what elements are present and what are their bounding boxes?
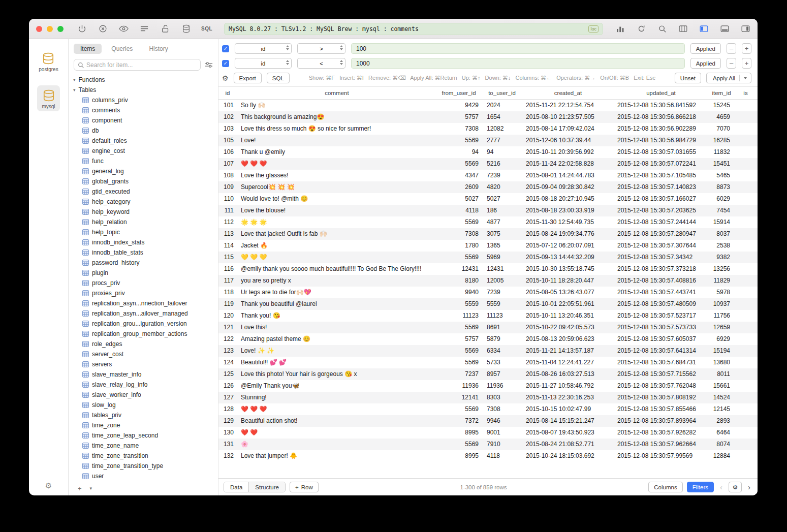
cell-comment[interactable]: Love the glasses! [237,170,437,181]
cell-created_at[interactable]: 2015-10-24 18:15:03.692 [523,450,613,462]
cell-from_user_id[interactable]: 5569 [437,216,481,228]
table-row[interactable]: 112🌟 🌟 🌟556948772015-11-30 12:54:49.7352… [218,216,758,228]
cell-is[interactable] [734,252,758,263]
cell-to_user_id[interactable]: 5969 [481,252,523,263]
cell-comment[interactable]: Amazing pastel theme 😊 [237,333,437,345]
cell-is[interactable] [734,205,758,216]
table-row[interactable]: 102This background is amazing😍5757165420… [218,111,758,123]
columns-button[interactable]: Columns [648,482,682,492]
cell-created_at[interactable]: 2015-11-24 22:02:58.828 [523,158,613,170]
table-row[interactable]: 130❤️ ❤️899590012015-08-07 19:43:50.9232… [218,427,758,439]
tab-history[interactable]: History [142,44,174,54]
cell-updated_at[interactable]: 2015-12-08 15:30:57.605037 [613,333,709,345]
filter-value-input[interactable] [351,58,685,69]
cell-is[interactable] [734,111,758,123]
column-header-created_at[interactable]: created_at [523,87,613,99]
cell-id[interactable]: 118 [218,287,237,298]
table-row[interactable]: 129Beautiful action shot!737299462015-08… [218,415,758,427]
cell-is[interactable] [734,240,758,252]
cell-id[interactable]: 109 [218,181,237,193]
cell-created_at[interactable]: 2015-08-10 21:23:57.505 [523,111,613,123]
add-item-menu-button[interactable]: ▾ [87,484,96,492]
cell-created_at[interactable]: 2015-08-18 20:27:10.945 [523,193,613,205]
cell-updated_at[interactable]: 2015-12-08 15:30:57.373218 [613,263,709,275]
cell-created_at[interactable]: 2015-08-24 21:08:52.771 [523,439,613,450]
cell-to_user_id[interactable]: 7239 [481,170,523,181]
cell-updated_at[interactable]: 2015-12-08 15:30:57.893964 [613,415,709,427]
cell-item_id[interactable]: 14524 [709,392,734,403]
sidebar-item-table[interactable]: user [69,471,218,481]
cell-from_user_id[interactable]: 7308 [437,123,481,135]
add-item-button[interactable]: + [74,484,86,493]
cell-created_at[interactable]: 2015-07-12 06:20:07.091 [523,240,613,252]
cell-is[interactable] [734,263,758,275]
cell-created_at[interactable]: 2015-11-21 14:13:57.187 [523,345,613,357]
cell-comment[interactable]: ❤️ ❤️ ❤️ [237,403,437,415]
cell-created_at[interactable]: 2015-08-07 19:43:50.923 [523,427,613,439]
panel-right-toggle-icon[interactable] [740,24,750,34]
cell-created_at[interactable]: 2015-08-26 16:03:27.513 [523,368,613,380]
cell-to_user_id[interactable]: 9001 [481,427,523,439]
column-header-comment[interactable]: comment [237,87,437,99]
table-row[interactable]: 118Ur legs are to die for🙌🏻💖994072392015… [218,287,758,298]
cell-updated_at[interactable]: 2015-12-08 15:30:57.762048 [613,380,709,392]
table-row[interactable]: 120Thank you! 😘11123111232015-10-11 13:2… [218,310,758,322]
cell-comment[interactable]: Thank u @emily [237,146,437,158]
cell-to_user_id[interactable]: 5733 [481,357,523,368]
cell-item_id[interactable]: 7454 [709,205,734,216]
cell-is[interactable] [734,135,758,146]
column-header-id[interactable]: id [218,87,237,99]
table-row[interactable]: 131🌸556979102015-08-24 21:08:52.7712015-… [218,439,758,450]
cell-is[interactable] [734,450,758,462]
cell-is[interactable] [734,158,758,170]
cell-created_at[interactable]: 2015-10-30 13:55:18.745 [523,263,613,275]
cell-updated_at[interactable]: 2015-12-08 15:30:57.203625 [613,205,709,216]
search-input[interactable] [86,61,197,69]
cell-item_id[interactable]: 5465 [709,170,734,181]
cell-id[interactable]: 115 [218,252,237,263]
cell-from_user_id[interactable]: 8180 [437,275,481,287]
cell-created_at[interactable]: 2015-11-13 22:30:16.253 [523,392,613,403]
cell-comment[interactable]: Thank you beautiful @laurel [237,298,437,310]
cell-updated_at[interactable]: 2015-12-08 15:30:57.926282 [613,427,709,439]
cell-updated_at[interactable]: 2015-12-08 15:30:57.715562 [613,368,709,380]
sidebar-item-table[interactable]: innodb_index_stats [69,237,218,247]
cell-comment[interactable]: Beautiful action shot! [237,415,437,427]
cell-from_user_id[interactable]: 5027 [437,193,481,205]
sidebar-item-table[interactable]: time_zone_transition [69,451,218,461]
cell-id[interactable]: 131 [218,439,237,450]
sidebar-item-table[interactable]: proxies_priv [69,288,218,298]
eye-icon[interactable] [118,24,129,34]
sidebar-item-table[interactable]: time_zone [69,420,218,430]
cell-comment[interactable]: Thank you! 😘 [237,310,437,322]
cell-to_user_id[interactable]: 94 [481,146,523,158]
cell-from_user_id[interactable]: 4118 [437,205,481,216]
sidebar-item-table[interactable]: server_cost [69,349,218,359]
close-window-button[interactable] [36,26,42,32]
settings-gear-icon[interactable]: ⚙ [45,481,52,490]
cell-to_user_id[interactable]: 3075 [481,228,523,240]
sidebar-item-table[interactable]: password_history [69,258,218,268]
column-header-to_user_id[interactable]: to_user_id [481,87,523,99]
table-row[interactable]: 105Love!556927772015-12-06 10:37:39.4420… [218,135,758,146]
cell-updated_at[interactable]: 2015-12-08 15:30:57.072241 [613,158,709,170]
table-row[interactable]: 113Love that jacket! Outfit is fab 🙌🏻730… [218,228,758,240]
cell-is[interactable] [734,123,758,135]
cell-updated_at[interactable]: 2015-12-08 15:30:57.408816 [613,275,709,287]
cell-updated_at[interactable]: 2015-12-08 15:30:56.866218 [613,111,709,123]
filter-operator-select[interactable]: < [297,58,345,69]
next-page-button[interactable]: › [746,483,752,491]
table-row[interactable]: 107❤️ ❤️ ❤️556952162015-11-24 22:02:58.8… [218,158,758,170]
cell-to_user_id[interactable]: 7910 [481,439,523,450]
cell-is[interactable] [734,170,758,181]
table-row[interactable]: 119Thank you beautiful @laurel5559555920… [218,298,758,310]
cell-id[interactable]: 128 [218,403,237,415]
cell-comment[interactable]: 💛 💛 💛 [237,252,437,263]
cell-is[interactable] [734,310,758,322]
cell-to_user_id[interactable]: 1365 [481,240,523,252]
cell-id[interactable]: 105 [218,135,237,146]
cell-item_id[interactable]: 7070 [709,123,734,135]
table-row[interactable]: 106Thank u @emily94942015-10-11 20:39:56… [218,146,758,158]
cell-to_user_id[interactable]: 2777 [481,135,523,146]
sidebar-item-table[interactable]: component [69,115,218,126]
